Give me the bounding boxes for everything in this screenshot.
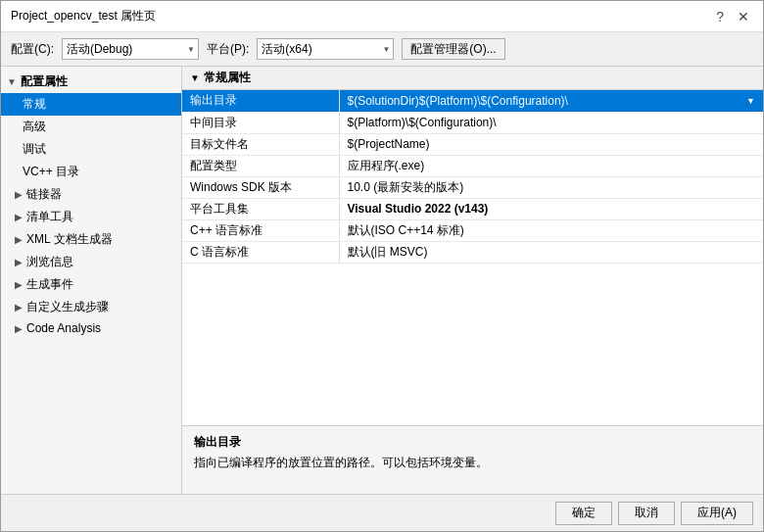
dialog-title: Project_opencv_test 属性页: [11, 8, 156, 24]
right-panel: ▼ 常规属性 输出目录$(SolutionDir)$(Platform)\$(C…: [182, 67, 763, 494]
platform-select[interactable]: 活动(x64): [257, 38, 394, 60]
table-row[interactable]: Windows SDK 版本10.0 (最新安装的版本): [182, 176, 763, 198]
group-label-custom-build: 自定义生成步骤: [26, 299, 109, 315]
config-label: 配置(C):: [11, 41, 54, 58]
prop-name-platform-toolset: 平台工具集: [182, 198, 339, 219]
sidebar-group-linker[interactable]: ▶链接器: [1, 183, 181, 206]
apply-button[interactable]: 应用(A): [681, 502, 753, 525]
tree-section-label: 配置属性: [21, 73, 68, 90]
group-label-manifest: 清单工具: [26, 209, 73, 225]
table-row[interactable]: 输出目录$(SolutionDir)$(Platform)\$(Configur…: [182, 90, 763, 112]
group-label-code-analysis: Code Analysis: [26, 321, 101, 335]
prop-value-windows-sdk: 10.0 (最新安装的版本): [339, 176, 763, 198]
config-select[interactable]: 活动(Debug): [62, 38, 199, 60]
sidebar-group-browser[interactable]: ▶浏览信息: [1, 251, 181, 273]
info-area: 输出目录 指向已编译程序的放置位置的路径。可以包括环境变量。: [182, 425, 763, 494]
prop-name-output-dir: 输出目录: [182, 90, 339, 112]
prop-name-windows-sdk: Windows SDK 版本: [182, 176, 339, 198]
sidebar-group-xml-gen[interactable]: ▶XML 文档生成器: [1, 228, 181, 251]
prop-name-int-dir: 中间目录: [182, 112, 339, 133]
sidebar-item-general[interactable]: 常规: [1, 93, 181, 116]
sidebar-group-code-analysis[interactable]: ▶Code Analysis: [1, 318, 181, 338]
toolbar: 配置(C): 活动(Debug) 平台(P): 活动(x64) 配置管理器(O)…: [1, 32, 763, 67]
property-dialog: Project_opencv_test 属性页 ? ✕ 配置(C): 活动(De…: [0, 0, 764, 532]
title-bar: Project_opencv_test 属性页 ? ✕: [1, 1, 763, 32]
props-section-header: ▼ 常规属性: [182, 67, 763, 90]
info-description: 指向已编译程序的放置位置的路径。可以包括环境变量。: [194, 455, 751, 471]
config-manager-button[interactable]: 配置管理器(O)...: [402, 38, 504, 60]
help-button[interactable]: ?: [712, 10, 728, 24]
prop-value-target-name: $(ProjectName): [339, 133, 763, 155]
prop-value-output-dir: $(SolutionDir)$(Platform)\$(Configuratio…: [339, 90, 763, 112]
tree-section-header[interactable]: ▼ 配置属性: [1, 71, 181, 93]
ok-button[interactable]: 确定: [555, 502, 612, 525]
group-label-linker: 链接器: [26, 186, 62, 203]
sidebar-item-advanced[interactable]: 高级: [1, 116, 181, 138]
prop-value-platform-toolset: Visual Studio 2022 (v143): [339, 198, 763, 219]
title-controls: ? ✕: [712, 10, 753, 24]
group-label-build-events: 生成事件: [26, 276, 73, 293]
main-content: ▼ 配置属性 常规高级调试VC++ 目录▶链接器▶清单工具▶XML 文档生成器▶…: [1, 67, 763, 494]
table-row[interactable]: C++ 语言标准默认(ISO C++14 标准): [182, 219, 763, 241]
sidebar-group-manifest[interactable]: ▶清单工具: [1, 206, 181, 228]
props-arrow: ▼: [190, 73, 200, 83]
info-title: 输出目录: [194, 434, 751, 451]
prop-value-config-type: 应用程序(.exe): [339, 155, 763, 176]
left-panel: ▼ 配置属性 常规高级调试VC++ 目录▶链接器▶清单工具▶XML 文档生成器▶…: [1, 67, 182, 494]
close-button[interactable]: ✕: [734, 10, 753, 24]
config-select-wrapper[interactable]: 活动(Debug): [62, 38, 199, 60]
group-arrow-manifest: ▶: [15, 212, 23, 222]
platform-label: 平台(P):: [207, 41, 249, 58]
prop-value-cpp-standard: 默认(ISO C++14 标准): [339, 219, 763, 241]
props-area: ▼ 常规属性 输出目录$(SolutionDir)$(Platform)\$(C…: [182, 67, 763, 425]
bottom-bar: 确定 取消 应用(A): [1, 494, 763, 531]
prop-value-c-standard: 默认(旧 MSVC): [339, 241, 763, 263]
props-section-label: 常规属性: [204, 70, 251, 86]
tree-items-container: 常规高级调试VC++ 目录▶链接器▶清单工具▶XML 文档生成器▶浏览信息▶生成…: [1, 93, 181, 338]
group-label-xml-gen: XML 文档生成器: [26, 231, 113, 248]
table-row[interactable]: 配置类型应用程序(.exe): [182, 155, 763, 176]
cancel-button[interactable]: 取消: [618, 502, 675, 525]
group-label-browser: 浏览信息: [26, 254, 73, 270]
group-arrow-code-analysis: ▶: [15, 323, 23, 334]
prop-name-config-type: 配置类型: [182, 155, 339, 176]
sidebar-item-vcpp-dirs[interactable]: VC++ 目录: [1, 161, 181, 183]
prop-name-c-standard: C 语言标准: [182, 241, 339, 263]
props-table: 输出目录$(SolutionDir)$(Platform)\$(Configur…: [182, 90, 763, 264]
group-arrow-xml-gen: ▶: [15, 234, 23, 245]
platform-select-wrapper[interactable]: 活动(x64): [257, 38, 394, 60]
props-tbody: 输出目录$(SolutionDir)$(Platform)\$(Configur…: [182, 90, 763, 263]
prop-value-int-dir: $(Platform)\$(Configuration)\: [339, 112, 763, 133]
group-arrow-browser: ▶: [15, 257, 23, 267]
sidebar-group-custom-build[interactable]: ▶自定义生成步骤: [1, 296, 181, 318]
group-arrow-build-events: ▶: [15, 279, 23, 290]
prop-name-cpp-standard: C++ 语言标准: [182, 219, 339, 241]
sidebar-item-debug[interactable]: 调试: [1, 138, 181, 161]
group-arrow-linker: ▶: [15, 189, 23, 200]
table-row[interactable]: 目标文件名$(ProjectName): [182, 133, 763, 155]
table-row[interactable]: 平台工具集Visual Studio 2022 (v143): [182, 198, 763, 219]
table-row[interactable]: 中间目录$(Platform)\$(Configuration)\: [182, 112, 763, 133]
prop-dropdown-btn-output-dir[interactable]: ▼: [746, 96, 755, 106]
table-row[interactable]: C 语言标准默认(旧 MSVC): [182, 241, 763, 263]
tree-section-arrow: ▼: [7, 76, 17, 87]
sidebar-group-build-events[interactable]: ▶生成事件: [1, 273, 181, 296]
group-arrow-custom-build: ▶: [15, 302, 23, 313]
prop-name-target-name: 目标文件名: [182, 133, 339, 155]
